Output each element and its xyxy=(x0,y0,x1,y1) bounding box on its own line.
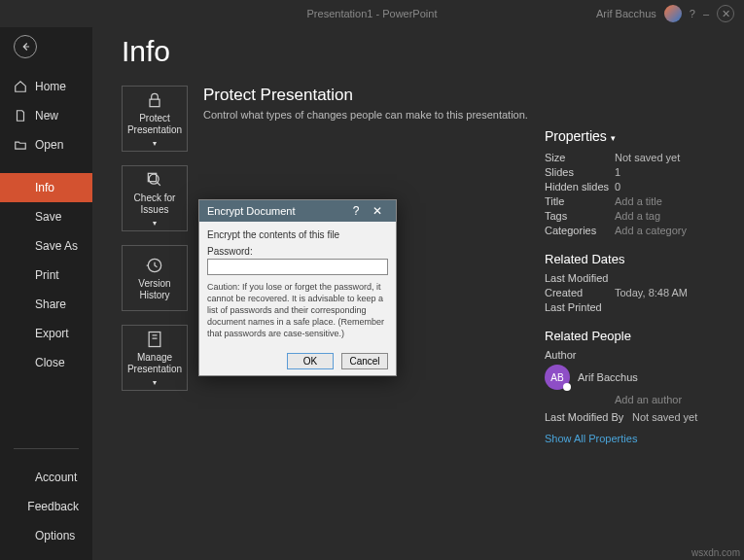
sidebar-item-new[interactable]: New xyxy=(0,101,92,130)
tile-label: Protect Presentation xyxy=(123,113,187,136)
backstage-sidebar: Home New Open Info Save Save As Print Sh… xyxy=(0,27,92,560)
prop-key: Hidden slides xyxy=(545,181,615,192)
tile-label: Manage Presentation xyxy=(123,352,187,375)
sidebar-item-open[interactable]: Open xyxy=(0,130,92,159)
manage-icon xyxy=(145,330,164,349)
titlebar-right: Arif Bacchus ? – ✕ xyxy=(596,5,734,22)
dialog-close-icon[interactable]: ✕ xyxy=(367,204,388,218)
home-icon xyxy=(14,80,27,93)
prop-val: Not saved yet xyxy=(615,152,680,163)
author-name: Arif Bacchus xyxy=(578,371,638,383)
help-icon[interactable]: ? xyxy=(690,8,695,19)
related-people-header: Related People xyxy=(545,329,734,343)
sidebar-label-close: Close xyxy=(35,356,65,369)
new-icon xyxy=(14,109,27,122)
add-author-link[interactable]: Add an author xyxy=(615,394,682,405)
window-title: Presentation1 - PowerPoint xyxy=(307,8,438,19)
sidebar-label-account: Account xyxy=(35,471,77,484)
chevron-down-icon: ▾ xyxy=(153,139,157,148)
author-person[interactable]: AB Arif Bacchus xyxy=(545,365,734,390)
prop-key: Last Modified xyxy=(545,272,615,284)
open-icon xyxy=(14,138,27,152)
back-arrow-icon xyxy=(18,40,32,53)
version-history-tile[interactable]: Version History xyxy=(122,245,188,311)
svg-rect-0 xyxy=(150,99,159,107)
tile-label: Version History xyxy=(123,278,187,301)
user-avatar-icon[interactable] xyxy=(664,5,682,22)
dialog-instruction: Encrypt the contents of this file xyxy=(207,229,388,240)
lock-icon xyxy=(145,90,164,110)
sidebar-item-close[interactable]: Close xyxy=(0,348,92,377)
protect-title: Protect Presentation xyxy=(203,86,528,105)
prop-key: Size xyxy=(545,152,615,163)
watermark: wsxdn.com xyxy=(691,547,740,558)
prop-val: 0 xyxy=(615,181,620,192)
sidebar-label-print: Print xyxy=(35,268,59,282)
add-category-link[interactable]: Add a category xyxy=(615,225,687,236)
sidebar-item-export[interactable]: Export xyxy=(0,319,92,348)
sidebar-label-save: Save xyxy=(35,210,61,224)
sidebar-item-share[interactable]: Share xyxy=(0,290,92,319)
sidebar-item-save[interactable]: Save xyxy=(0,202,92,231)
sidebar-item-feedback[interactable]: Feedback xyxy=(0,492,92,521)
dialog-caution: Caution: If you lose or forget the passw… xyxy=(207,281,388,339)
sidebar-label-saveas: Save As xyxy=(35,239,78,253)
svg-rect-4 xyxy=(149,332,160,346)
inspect-icon xyxy=(145,170,164,190)
prop-key: Categories xyxy=(545,225,615,236)
sidebar-label-new: New xyxy=(35,109,58,122)
add-tag-link[interactable]: Add a tag xyxy=(615,210,660,222)
page-title: Info xyxy=(122,35,721,68)
titlebar-circle-icon[interactable]: ✕ xyxy=(717,5,734,22)
chevron-down-icon: ▾ xyxy=(153,219,157,228)
dialog-title: Encrypt Document xyxy=(207,205,345,217)
prop-key: Slides xyxy=(545,166,615,178)
sidebar-label-feedback: Feedback xyxy=(27,500,79,513)
prop-key: Author xyxy=(545,349,615,361)
prop-key: Title xyxy=(545,195,615,207)
properties-header[interactable]: Properties ▾ xyxy=(545,128,734,144)
prop-val: 1 xyxy=(615,166,620,178)
titlebar-user: Arif Bacchus xyxy=(596,8,656,19)
history-icon xyxy=(145,256,164,275)
prop-key: Last Printed xyxy=(545,301,615,313)
properties-panel: Properties ▾ SizeNot saved yet Slides1 H… xyxy=(545,128,734,444)
prop-key: Created xyxy=(545,287,615,298)
protect-desc: Control what types of changes people can… xyxy=(203,109,528,121)
add-title-link[interactable]: Add a title xyxy=(615,195,662,207)
tile-label: Check for Issues xyxy=(123,192,187,216)
sidebar-item-info[interactable]: Info xyxy=(0,173,92,202)
encrypt-document-dialog: Encrypt Document ? ✕ Encrypt the content… xyxy=(198,199,397,376)
sidebar-label-info: Info xyxy=(35,181,54,194)
sidebar-label-open: Open xyxy=(35,138,63,152)
password-input[interactable] xyxy=(207,259,388,275)
prop-val: Today, 8:48 AM xyxy=(615,287,688,298)
prop-val: Not saved yet xyxy=(632,411,697,423)
check-issues-tile[interactable]: Check for Issues ▾ xyxy=(122,165,188,231)
protect-presentation-tile[interactable]: Protect Presentation ▾ xyxy=(122,86,188,152)
sidebar-item-saveas[interactable]: Save As xyxy=(0,231,92,261)
window-minimize-icon[interactable]: – xyxy=(703,8,709,19)
sidebar-item-account[interactable]: Account xyxy=(0,463,92,492)
manage-presentation-tile[interactable]: Manage Presentation ▾ xyxy=(122,325,188,391)
sidebar-label-options: Options xyxy=(35,529,75,542)
chevron-down-icon: ▾ xyxy=(611,133,616,143)
show-all-properties-link[interactable]: Show All Properties xyxy=(545,433,734,444)
prop-key: Last Modified By xyxy=(545,411,632,423)
ok-button[interactable]: OK xyxy=(287,353,334,369)
back-button[interactable] xyxy=(14,35,37,58)
sidebar-item-home[interactable]: Home xyxy=(0,72,92,101)
chevron-down-icon: ▾ xyxy=(153,378,157,387)
related-dates-header: Related Dates xyxy=(545,252,734,266)
password-label: Password: xyxy=(207,246,388,257)
sidebar-label-share: Share xyxy=(35,298,66,311)
cancel-button[interactable]: Cancel xyxy=(341,353,388,369)
sidebar-label-export: Export xyxy=(35,327,69,340)
sidebar-item-print[interactable]: Print xyxy=(0,261,92,290)
sidebar-label-home: Home xyxy=(35,80,66,93)
prop-key: Tags xyxy=(545,210,615,222)
author-avatar-icon: AB xyxy=(545,365,570,390)
sidebar-item-options[interactable]: Options xyxy=(0,521,92,550)
dialog-help-icon[interactable]: ? xyxy=(345,204,367,218)
dialog-titlebar: Encrypt Document ? ✕ xyxy=(199,200,396,222)
